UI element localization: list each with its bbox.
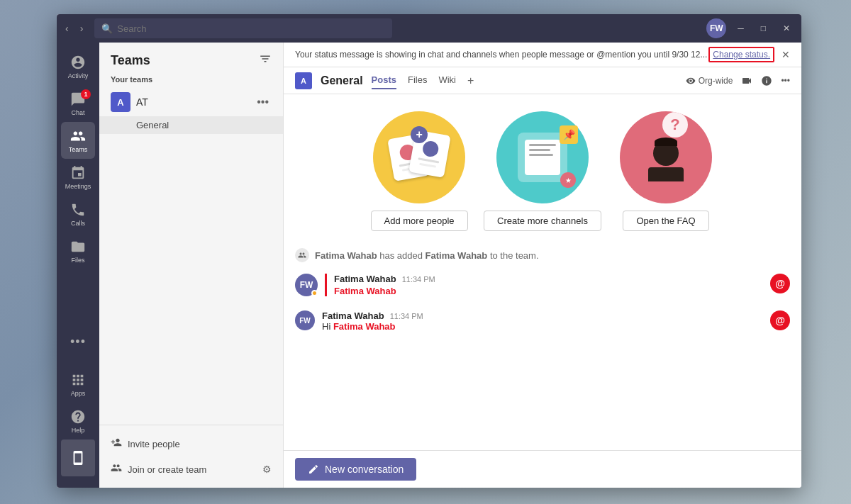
message-time-1: 11:34 PM [402, 275, 435, 284]
chat-badge: 1 [81, 89, 91, 99]
open-faq-button[interactable]: Open the FAQ [623, 211, 708, 231]
join-create-icon [111, 462, 122, 476]
new-conversation-button[interactable]: New conversation [295, 458, 416, 481]
sidebar-item-calls[interactable]: Calls [61, 196, 95, 233]
mention-1: Fatima Wahab [334, 286, 396, 296]
change-status-link[interactable]: Change status. [708, 47, 774, 62]
team-item-at[interactable]: A AT ••• [99, 88, 283, 116]
channel-team-avatar: A [295, 72, 312, 89]
channel-tabs: Posts Files Wiki + [372, 72, 474, 89]
title-bar: ‹ › 🔍 FW ─ □ ✕ [57, 14, 801, 43]
add-more-people-button[interactable]: Add more people [371, 211, 468, 231]
team-name-at: AT [136, 96, 248, 108]
sidebar-help-label: Help [72, 427, 85, 434]
minimize-button[interactable]: ─ [732, 21, 750, 36]
create-channels-illustration: 📌 ★ [489, 111, 596, 203]
sidebar-more-button[interactable]: ••• [61, 323, 95, 360]
main-content: Activity 1 Chat Teams [57, 43, 801, 488]
team-avatar-at: A [111, 92, 130, 112]
icon-sidebar: Activity 1 Chat Teams [57, 43, 99, 488]
sidebar-calls-label: Calls [71, 220, 85, 227]
system-message: Fatima Wahab has added Fatima Wahab to t… [295, 248, 790, 262]
app-window: ‹ › 🔍 FW ─ □ ✕ Activity [57, 14, 801, 488]
sidebar-item-files[interactable]: Files [61, 233, 95, 269]
quick-actions-row: + Add more people [295, 106, 790, 237]
faq-illustration: ? [613, 111, 719, 203]
system-message-icon [295, 248, 309, 262]
sidebar-chat-label: Chat [71, 109, 84, 116]
org-wide-label: Org-wide [699, 76, 733, 86]
message-author-1: Fatima Wahab [334, 274, 396, 284]
channel-content: + Add more people [284, 94, 801, 450]
search-icon: 🔍 [101, 23, 113, 34]
faq-card[interactable]: ? Open [613, 111, 719, 231]
teams-panel-title: Teams [111, 53, 150, 68]
info-button[interactable] [761, 75, 772, 86]
invite-people-button[interactable]: Invite people [99, 431, 283, 457]
teams-panel-footer: Invite people Join or create team ⚙ [99, 425, 283, 488]
tab-posts[interactable]: Posts [372, 72, 396, 89]
sidebar-item-teams[interactable]: Teams [61, 122, 95, 159]
invite-people-icon [111, 437, 122, 451]
teams-panel: Teams Your teams A AT ••• General [99, 43, 284, 488]
tab-files[interactable]: Files [408, 72, 427, 89]
back-button[interactable]: ‹ [62, 21, 72, 35]
sidebar-item-meetings[interactable]: Meetings [61, 159, 95, 196]
maximize-button[interactable]: □ [755, 21, 772, 36]
message-author-2: Fatima Wahab [322, 310, 384, 321]
message-header-1: Fatima Wahab 11:34 PM [334, 274, 763, 284]
message-body-2: Hi Fatima Wahab [322, 321, 763, 332]
message-content-1: Fatima Wahab 11:34 PM Fatima Wahab [325, 274, 763, 296]
your-teams-label: Your teams [99, 72, 283, 88]
main-area: Your status message is showing in chat a… [284, 43, 801, 488]
team-more-button[interactable]: ••• [254, 94, 272, 110]
user-avatar-button[interactable]: FW [706, 18, 726, 38]
settings-icon[interactable]: ⚙ [262, 464, 272, 475]
message-header-2: Fatima Wahab 11:34 PM [322, 310, 763, 321]
sidebar-apps-label: Apps [71, 390, 86, 397]
mention-2: Fatima Wahab [333, 321, 396, 332]
forward-button[interactable]: › [77, 21, 87, 35]
at-mention-indicator-2: @ [770, 310, 790, 330]
close-button[interactable]: ✕ [777, 21, 796, 36]
message-body-1: Fatima Wahab [334, 286, 763, 296]
camera-button[interactable] [741, 75, 752, 86]
create-channels-button[interactable]: Create more channels [484, 211, 601, 231]
sidebar-teams-label: Teams [69, 146, 88, 153]
online-indicator [311, 290, 318, 296]
create-channels-card[interactable]: 📌 ★ Create more channels [484, 111, 601, 231]
new-conversation-label: New conversation [325, 464, 404, 475]
message-time-2: 11:34 PM [390, 312, 423, 320]
add-people-card[interactable]: + Add more people [366, 111, 472, 231]
sidebar-item-device[interactable] [61, 439, 95, 476]
channel-item-general[interactable]: General [99, 116, 283, 134]
org-wide-button[interactable]: Org-wide [686, 76, 733, 86]
title-bar-nav: ‹ › [62, 21, 86, 35]
sidebar-item-activity[interactable]: Activity [61, 48, 95, 85]
banner-close-button[interactable]: ✕ [782, 49, 790, 60]
sidebar-item-help[interactable]: Help [61, 403, 95, 439]
message-avatar-2: FW [295, 310, 315, 330]
at-mention-indicator-1: @ [770, 274, 790, 293]
tab-wiki[interactable]: Wiki [438, 72, 456, 89]
search-input[interactable] [117, 23, 385, 34]
sidebar-item-chat[interactable]: 1 Chat [61, 85, 95, 122]
channel-header-right: Org-wide ••• [686, 75, 790, 86]
status-banner-text: Your status message is showing in chat a… [295, 50, 707, 60]
sidebar-activity-label: Activity [68, 72, 89, 79]
message-group-2: FW Fatima Wahab 11:34 PM Hi Fatima Wahab… [295, 308, 790, 335]
system-message-text: Fatima Wahab has added Fatima Wahab to t… [315, 250, 539, 261]
invite-people-label: Invite people [128, 439, 180, 449]
filter-button[interactable] [259, 52, 272, 68]
new-conversation-bar: New conversation [284, 450, 801, 488]
more-options-button[interactable]: ••• [781, 76, 790, 86]
channel-name: General [321, 74, 363, 87]
join-create-team-button[interactable]: Join or create team ⚙ [99, 457, 283, 482]
join-create-label: Join or create team [128, 464, 206, 475]
add-people-illustration: + [366, 111, 472, 203]
search-bar-container: 🔍 [94, 18, 392, 38]
sidebar-files-label: Files [71, 257, 84, 264]
sidebar-item-apps[interactable]: Apps [61, 366, 95, 403]
teams-panel-header: Teams [99, 43, 283, 72]
add-tab-button[interactable]: + [467, 74, 474, 87]
